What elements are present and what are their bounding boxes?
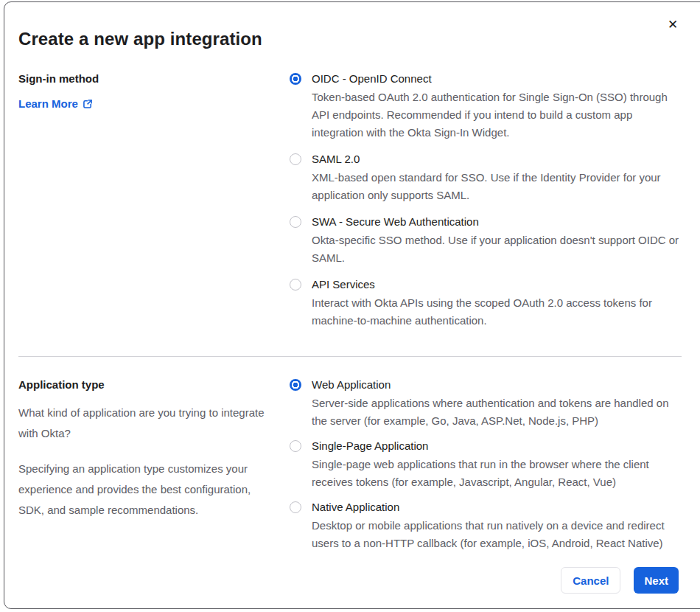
- section-divider: [18, 356, 682, 357]
- radio-option-web-application: Web Application Server-side applications…: [290, 378, 682, 430]
- application-type-section: Application type What kind of applicatio…: [18, 378, 682, 561]
- close-icon[interactable]: ✕: [665, 17, 681, 33]
- radio-web-application[interactable]: [290, 379, 301, 391]
- sign-in-method-section: Sign-in method Learn More OIDC - OpenID …: [18, 72, 682, 330]
- radio-option-swa: SWA - Secure Web Authentication Okta-spe…: [290, 215, 682, 267]
- radio-option-description: Okta-specific SSO method. Use if your ap…: [312, 232, 682, 267]
- radio-native-application[interactable]: [290, 501, 301, 513]
- radio-api-services[interactable]: [290, 279, 301, 291]
- radio-saml[interactable]: [290, 153, 301, 165]
- external-link-icon: [83, 99, 93, 109]
- next-button[interactable]: Next: [634, 567, 679, 594]
- radio-option-label[interactable]: Single-Page Application: [312, 439, 682, 453]
- radio-option-native-application: Native Application Desktop or mobile app…: [290, 500, 682, 552]
- radio-option-description: Token-based OAuth 2.0 authentication for…: [312, 88, 682, 142]
- radio-option-description: Interact with Okta APIs using the scoped…: [312, 294, 682, 330]
- radio-option-saml: SAML 2.0 XML-based open standard for SSO…: [290, 152, 682, 204]
- radio-option-label[interactable]: API Services: [312, 277, 682, 292]
- dialog-title: Create a new app integration: [18, 29, 682, 49]
- radio-single-page-application[interactable]: [290, 440, 301, 452]
- radio-option-label[interactable]: SWA - Secure Web Authentication: [312, 215, 682, 229]
- create-app-integration-dialog: ✕ Create a new app integration Sign-in m…: [4, 1, 700, 609]
- sign-in-method-label: Sign-in method: [18, 72, 267, 86]
- application-type-label: Application type: [18, 378, 267, 392]
- radio-option-label[interactable]: SAML 2.0: [312, 152, 682, 167]
- application-type-question: What kind of application are you trying …: [18, 403, 267, 444]
- radio-option-description: XML-based open standard for SSO. Use if …: [312, 169, 682, 204]
- radio-swa[interactable]: [290, 216, 301, 228]
- radio-option-oidc: OIDC - OpenID Connect Token-based OAuth …: [290, 72, 682, 142]
- radio-option-description: Desktop or mobile applications that run …: [312, 517, 682, 552]
- radio-option-label[interactable]: Web Application: [312, 378, 682, 392]
- radio-option-label[interactable]: OIDC - OpenID Connect: [312, 72, 682, 86]
- learn-more-link[interactable]: Learn More: [18, 97, 93, 111]
- radio-oidc[interactable]: [290, 73, 301, 85]
- application-type-options: Web Application Server-side applications…: [290, 378, 682, 561]
- application-type-help-text: Specifying an application type customize…: [18, 459, 267, 521]
- radio-option-description: Server-side applications where authentic…: [312, 394, 682, 430]
- radio-option-description: Single-page web applications that run in…: [312, 456, 682, 491]
- sign-in-method-options: OIDC - OpenID Connect Token-based OAuth …: [290, 72, 682, 330]
- radio-option-single-page-application: Single-Page Application Single-page web …: [290, 439, 682, 491]
- radio-option-api-services: API Services Interact with Okta APIs usi…: [290, 277, 682, 330]
- cancel-button[interactable]: Cancel: [561, 567, 620, 594]
- radio-option-label[interactable]: Native Application: [312, 500, 682, 515]
- learn-more-label: Learn More: [18, 97, 78, 111]
- dialog-footer: Cancel Next: [561, 567, 679, 594]
